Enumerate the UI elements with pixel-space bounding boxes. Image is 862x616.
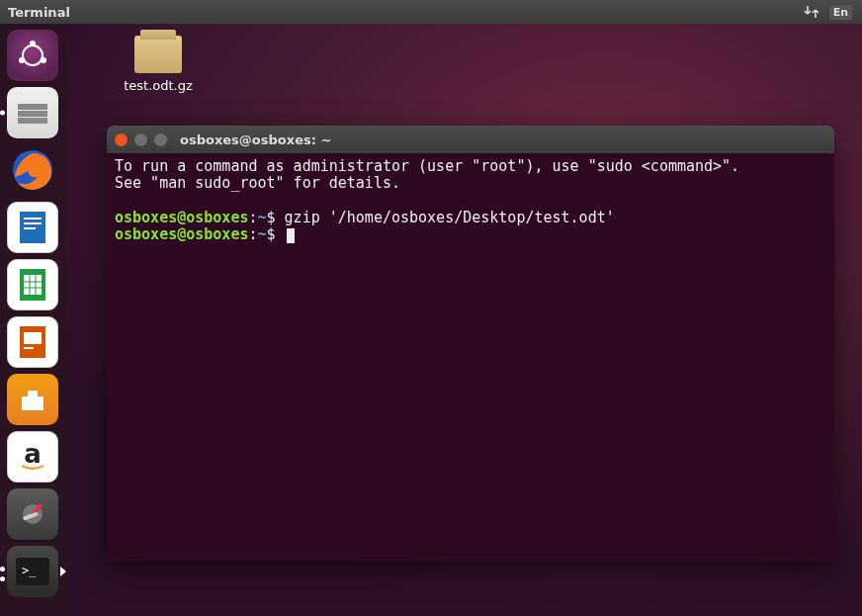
svg-text:>_: >_ bbox=[22, 564, 37, 577]
window-maximize-button[interactable] bbox=[154, 133, 167, 146]
motd-line: See "man sudo_root" for details. bbox=[115, 174, 400, 192]
terminal-body[interactable]: To run a command as administrator (user … bbox=[107, 153, 834, 248]
svg-rect-20 bbox=[24, 347, 34, 349]
launcher-libreoffice-calc[interactable] bbox=[7, 259, 58, 310]
menubar[interactable]: Terminal En bbox=[0, 0, 862, 24]
running-pip-icon bbox=[0, 567, 5, 572]
svg-point-2 bbox=[19, 57, 25, 63]
command-text: gzip '/home/osboxes/Desktop/test.odt' bbox=[285, 209, 615, 226]
prompt-host: osboxes bbox=[186, 225, 248, 243]
running-pip-icon bbox=[0, 576, 5, 581]
running-pip-icon bbox=[0, 111, 5, 116]
window-minimize-button[interactable] bbox=[134, 133, 147, 146]
window-title: osboxes@osboxes: ~ bbox=[180, 132, 331, 147]
terminal-window[interactable]: osboxes@osboxes: ~ To run a command as a… bbox=[107, 126, 834, 561]
archive-icon bbox=[134, 36, 182, 73]
focused-arrow-icon bbox=[60, 567, 66, 576]
svg-point-1 bbox=[30, 41, 36, 46]
window-close-button[interactable] bbox=[115, 133, 128, 146]
prompt-colon: : bbox=[248, 225, 257, 243]
prompt-at: @ bbox=[177, 209, 186, 226]
prompt-host: osboxes bbox=[186, 209, 248, 226]
svg-rect-13 bbox=[24, 275, 42, 295]
svg-rect-5 bbox=[18, 111, 47, 117]
window-titlebar[interactable]: osboxes@osboxes: ~ bbox=[107, 126, 834, 153]
prompt-cwd: ~ bbox=[258, 225, 267, 243]
svg-rect-11 bbox=[24, 227, 36, 229]
svg-rect-10 bbox=[24, 222, 42, 224]
prompt-user: osboxes bbox=[115, 225, 177, 243]
launcher-dash[interactable] bbox=[7, 30, 58, 81]
prompt-symbol: $ bbox=[267, 209, 276, 226]
launcher-system-settings[interactable] bbox=[7, 488, 58, 540]
prompt-cwd: ~ bbox=[258, 209, 267, 226]
menubar-app-title: Terminal bbox=[8, 5, 70, 20]
prompt-symbol: $ bbox=[267, 225, 276, 243]
prompt-colon: : bbox=[248, 209, 257, 226]
prompt-at: @ bbox=[177, 225, 186, 243]
launcher-firefox[interactable] bbox=[7, 144, 58, 196]
network-indicator-icon[interactable] bbox=[804, 5, 819, 19]
launcher-files[interactable] bbox=[7, 87, 58, 138]
motd-line: To run a command as administrator (user … bbox=[115, 157, 739, 175]
launcher-terminal[interactable]: >_ bbox=[7, 546, 58, 597]
desktop-file-label: test.odt.gz bbox=[114, 78, 203, 93]
launcher-libreoffice-writer[interactable] bbox=[7, 202, 58, 253]
svg-point-3 bbox=[41, 57, 46, 63]
svg-point-0 bbox=[23, 45, 43, 65]
svg-rect-9 bbox=[24, 218, 42, 220]
svg-rect-19 bbox=[24, 332, 42, 344]
svg-rect-6 bbox=[18, 118, 47, 124]
unity-launcher: a >_ bbox=[0, 24, 65, 616]
terminal-cursor bbox=[287, 228, 295, 243]
keyboard-language-indicator[interactable]: En bbox=[829, 5, 852, 20]
prompt-user: osboxes bbox=[115, 209, 177, 226]
svg-rect-4 bbox=[18, 104, 47, 110]
desktop-file-icon[interactable]: test.odt.gz bbox=[114, 36, 203, 93]
launcher-ubuntu-software[interactable] bbox=[7, 374, 58, 425]
launcher-amazon[interactable]: a bbox=[7, 431, 58, 483]
launcher-libreoffice-impress[interactable] bbox=[7, 316, 58, 368]
svg-text:a: a bbox=[24, 439, 42, 469]
